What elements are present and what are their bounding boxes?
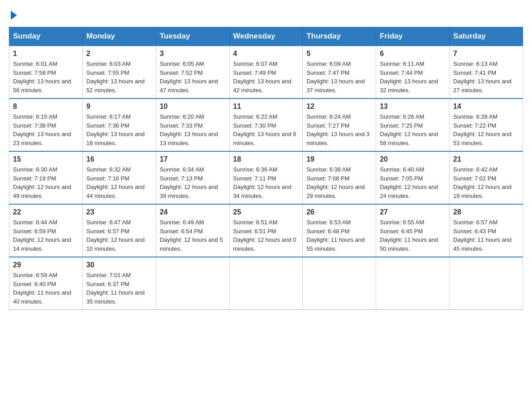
calendar-cell: 9Sunrise: 6:17 AMSunset: 7:36 PMDaylight…	[82, 98, 156, 151]
day-info: Sunrise: 7:01 AMSunset: 6:37 PMDaylight:…	[86, 271, 152, 306]
day-info: Sunrise: 6:32 AMSunset: 7:16 PMDaylight:…	[86, 165, 152, 200]
day-info: Sunrise: 6:42 AMSunset: 7:02 PMDaylight:…	[453, 165, 519, 200]
calendar-cell: 5Sunrise: 6:09 AMSunset: 7:47 PMDaylight…	[303, 46, 376, 98]
day-number: 15	[13, 155, 79, 163]
day-info: Sunrise: 6:49 AMSunset: 6:54 PMDaylight:…	[160, 218, 226, 253]
calendar-cell: 6Sunrise: 6:11 AMSunset: 7:44 PMDaylight…	[376, 46, 450, 98]
calendar-cell: 26Sunrise: 6:53 AMSunset: 6:48 PMDayligh…	[303, 204, 376, 257]
calendar-header-wednesday: Wednesday	[229, 27, 303, 46]
day-info: Sunrise: 6:53 AMSunset: 6:48 PMDaylight:…	[306, 218, 372, 253]
day-number: 3	[160, 50, 226, 58]
calendar-week-row: 8Sunrise: 6:15 AMSunset: 7:38 PMDaylight…	[9, 98, 523, 151]
calendar-cell: 24Sunrise: 6:49 AMSunset: 6:54 PMDayligh…	[156, 204, 229, 257]
calendar-cell: 25Sunrise: 6:51 AMSunset: 6:51 PMDayligh…	[229, 204, 303, 257]
day-info: Sunrise: 6:05 AMSunset: 7:52 PMDaylight:…	[160, 60, 226, 94]
day-info: Sunrise: 6:51 AMSunset: 6:51 PMDaylight:…	[233, 218, 299, 253]
day-info: Sunrise: 6:20 AMSunset: 7:33 PMDaylight:…	[160, 112, 226, 147]
day-number: 25	[233, 208, 299, 216]
calendar-cell: 19Sunrise: 6:38 AMSunset: 7:08 PMDayligh…	[303, 151, 376, 204]
day-number: 1	[13, 50, 79, 58]
calendar-header-saturday: Saturday	[450, 27, 523, 46]
day-number: 10	[160, 103, 226, 111]
day-number: 27	[380, 208, 446, 216]
day-number: 14	[453, 103, 519, 111]
day-info: Sunrise: 6:03 AMSunset: 7:55 PMDaylight:…	[86, 60, 152, 94]
calendar-cell: 10Sunrise: 6:20 AMSunset: 7:33 PMDayligh…	[156, 98, 229, 151]
calendar-cell: 29Sunrise: 6:59 AMSunset: 6:40 PMDayligh…	[9, 257, 83, 310]
calendar-cell: 18Sunrise: 6:36 AMSunset: 7:11 PMDayligh…	[229, 151, 303, 204]
day-info: Sunrise: 6:38 AMSunset: 7:08 PMDaylight:…	[306, 165, 372, 200]
day-number: 9	[86, 103, 152, 111]
day-number: 19	[306, 155, 372, 163]
day-number: 13	[380, 103, 446, 111]
calendar-header-tuesday: Tuesday	[156, 27, 229, 46]
day-number: 24	[160, 208, 226, 216]
day-info: Sunrise: 6:15 AMSunset: 7:38 PMDaylight:…	[13, 112, 79, 147]
calendar-cell: 7Sunrise: 6:13 AMSunset: 7:41 PMDaylight…	[450, 46, 523, 98]
day-info: Sunrise: 6:30 AMSunset: 7:19 PMDaylight:…	[13, 165, 79, 200]
day-number: 29	[13, 261, 79, 269]
calendar-cell: 15Sunrise: 6:30 AMSunset: 7:19 PMDayligh…	[9, 151, 83, 204]
calendar-cell: 21Sunrise: 6:42 AMSunset: 7:02 PMDayligh…	[450, 151, 523, 204]
day-info: Sunrise: 6:28 AMSunset: 7:22 PMDaylight:…	[453, 112, 519, 147]
day-info: Sunrise: 6:13 AMSunset: 7:41 PMDaylight:…	[453, 60, 519, 94]
day-number: 5	[306, 50, 372, 58]
calendar-cell: 27Sunrise: 6:55 AMSunset: 6:45 PMDayligh…	[376, 204, 450, 257]
day-info: Sunrise: 6:57 AMSunset: 6:43 PMDaylight:…	[453, 218, 519, 253]
day-number: 11	[233, 103, 299, 111]
day-number: 21	[453, 155, 519, 163]
day-info: Sunrise: 6:22 AMSunset: 7:30 PMDaylight:…	[233, 112, 299, 147]
day-number: 20	[380, 155, 446, 163]
day-number: 28	[453, 208, 519, 216]
day-info: Sunrise: 6:55 AMSunset: 6:45 PMDaylight:…	[380, 218, 446, 253]
day-number: 2	[86, 50, 152, 58]
day-number: 22	[13, 208, 79, 216]
day-info: Sunrise: 6:11 AMSunset: 7:44 PMDaylight:…	[380, 60, 446, 94]
day-info: Sunrise: 6:09 AMSunset: 7:47 PMDaylight:…	[306, 60, 372, 94]
day-number: 26	[306, 208, 372, 216]
logo	[9, 9, 17, 18]
calendar-cell: 1Sunrise: 6:01 AMSunset: 7:58 PMDaylight…	[9, 46, 83, 98]
page-header	[9, 9, 523, 18]
calendar-cell: 30Sunrise: 7:01 AMSunset: 6:37 PMDayligh…	[82, 257, 156, 310]
calendar-cell: 8Sunrise: 6:15 AMSunset: 7:38 PMDaylight…	[9, 98, 83, 151]
day-number: 7	[453, 50, 519, 58]
day-info: Sunrise: 6:59 AMSunset: 6:40 PMDaylight:…	[13, 271, 79, 306]
calendar-cell	[450, 257, 523, 310]
calendar-cell: 12Sunrise: 6:24 AMSunset: 7:27 PMDayligh…	[303, 98, 376, 151]
calendar-cell: 4Sunrise: 6:07 AMSunset: 7:49 PMDaylight…	[229, 46, 303, 98]
calendar-week-row: 22Sunrise: 6:44 AMSunset: 6:59 PMDayligh…	[9, 204, 523, 257]
calendar-cell: 23Sunrise: 6:47 AMSunset: 6:57 PMDayligh…	[82, 204, 156, 257]
day-info: Sunrise: 6:47 AMSunset: 6:57 PMDaylight:…	[86, 218, 152, 253]
day-number: 4	[233, 50, 299, 58]
calendar-cell: 14Sunrise: 6:28 AMSunset: 7:22 PMDayligh…	[450, 98, 523, 151]
day-info: Sunrise: 6:07 AMSunset: 7:49 PMDaylight:…	[233, 60, 299, 94]
calendar-cell: 20Sunrise: 6:40 AMSunset: 7:05 PMDayligh…	[376, 151, 450, 204]
calendar-cell: 17Sunrise: 6:34 AMSunset: 7:13 PMDayligh…	[156, 151, 229, 204]
day-number: 6	[380, 50, 446, 58]
calendar-cell	[229, 257, 303, 310]
calendar-week-row: 1Sunrise: 6:01 AMSunset: 7:58 PMDaylight…	[9, 46, 523, 98]
day-number: 16	[86, 155, 152, 163]
day-number: 8	[13, 103, 79, 111]
calendar-week-row: 15Sunrise: 6:30 AMSunset: 7:19 PMDayligh…	[9, 151, 523, 204]
day-info: Sunrise: 6:17 AMSunset: 7:36 PMDaylight:…	[86, 112, 152, 147]
day-number: 17	[160, 155, 226, 163]
calendar-cell	[303, 257, 376, 310]
calendar-cell: 13Sunrise: 6:26 AMSunset: 7:25 PMDayligh…	[376, 98, 450, 151]
calendar-cell: 11Sunrise: 6:22 AMSunset: 7:30 PMDayligh…	[229, 98, 303, 151]
calendar-cell: 28Sunrise: 6:57 AMSunset: 6:43 PMDayligh…	[450, 204, 523, 257]
calendar-header-thursday: Thursday	[303, 27, 376, 46]
calendar-cell: 3Sunrise: 6:05 AMSunset: 7:52 PMDaylight…	[156, 46, 229, 98]
day-number: 12	[306, 103, 372, 111]
calendar-header-sunday: Sunday	[9, 27, 83, 46]
day-info: Sunrise: 6:40 AMSunset: 7:05 PMDaylight:…	[380, 165, 446, 200]
calendar-cell: 2Sunrise: 6:03 AMSunset: 7:55 PMDaylight…	[82, 46, 156, 98]
day-info: Sunrise: 6:24 AMSunset: 7:27 PMDaylight:…	[306, 112, 372, 147]
calendar-cell	[376, 257, 450, 310]
logo-arrow-icon	[11, 11, 17, 20]
calendar-cell	[156, 257, 229, 310]
day-info: Sunrise: 6:26 AMSunset: 7:25 PMDaylight:…	[380, 112, 446, 147]
calendar-header-friday: Friday	[376, 27, 450, 46]
calendar-header-monday: Monday	[82, 27, 156, 46]
